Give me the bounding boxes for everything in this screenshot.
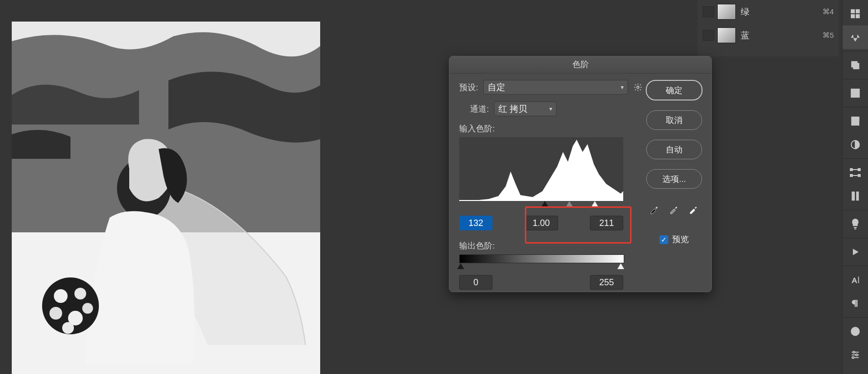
eyedropper-group (648, 202, 700, 215)
channel-name: 绿 (741, 6, 822, 18)
output-gradient (459, 254, 624, 263)
preset-settings-gear-icon[interactable] (633, 82, 643, 92)
svg-rect-27 (850, 175, 852, 176)
document-canvas[interactable] (12, 22, 320, 374)
svg-point-40 (856, 354, 858, 356)
svg-point-9 (82, 303, 93, 314)
recycle-icon[interactable] (843, 25, 868, 49)
transform-icon[interactable] (843, 161, 868, 184)
channels-panel: 绿 ⌘4 蓝 ⌘5 (698, 0, 839, 56)
output-levels-label: 输出色阶: (459, 240, 643, 251)
channel-row-blue[interactable]: 蓝 ⌘5 (698, 24, 839, 47)
svg-point-6 (74, 288, 86, 299)
channel-value: 红 拷贝 (498, 103, 527, 115)
channel-row-green[interactable]: 绿 ⌘4 (698, 0, 839, 24)
svg-point-35 (855, 329, 856, 330)
white-point-eyedropper-icon[interactable] (687, 202, 700, 215)
input-levels-label: 输入色阶: (459, 123, 643, 134)
layers-panel-icon[interactable] (843, 53, 868, 77)
channel-thumbnail (717, 27, 736, 43)
input-levels-slider[interactable] (459, 201, 623, 211)
svg-rect-18 (851, 89, 860, 98)
histogram[interactable] (459, 137, 623, 201)
grid-icon[interactable] (843, 2, 868, 25)
channel-visibility-toggle[interactable] (703, 30, 714, 41)
text-a-icon[interactable]: A (843, 268, 868, 292)
svg-rect-28 (858, 175, 860, 176)
levels-dialog: 色阶 预设: 自定 ▾ 通道: 红 拷贝 ▾ 输入色阶: (449, 56, 712, 292)
lightbulb-icon[interactable] (843, 212, 868, 236)
chevron-down-icon: ▾ (549, 105, 552, 112)
bookmark-icon[interactable] (843, 109, 868, 133)
svg-point-41 (852, 357, 854, 359)
options-button[interactable]: 选项... (646, 169, 702, 189)
highlight-slider-handle[interactable] (591, 201, 598, 207)
ok-button[interactable]: 确定 (646, 80, 703, 100)
cancel-button[interactable]: 取消 (646, 110, 702, 130)
black-point-eyedropper-icon[interactable] (648, 202, 661, 215)
svg-point-39 (853, 351, 855, 353)
svg-point-10 (62, 322, 74, 334)
preview-checkbox[interactable]: ✓ (659, 235, 668, 244)
gray-point-eyedropper-icon[interactable] (668, 202, 680, 215)
shadow-input-field[interactable]: 132 (459, 216, 493, 230)
dialog-title: 色阶 (449, 56, 711, 74)
output-highlight-field[interactable]: 255 (590, 275, 623, 290)
ruler-icon[interactable] (843, 184, 868, 208)
sliders-icon[interactable] (843, 343, 868, 367)
output-shadow-handle[interactable] (457, 263, 464, 269)
preview-label: 预览 (672, 234, 689, 245)
svg-point-7 (49, 307, 62, 320)
play-icon[interactable] (843, 240, 868, 264)
shadow-slider-handle[interactable] (541, 201, 548, 207)
preset-value: 自定 (488, 81, 505, 93)
preset-dropdown[interactable]: 自定 ▾ (483, 80, 628, 95)
channel-visibility-toggle[interactable] (703, 6, 714, 17)
channel-thumbnail (717, 4, 736, 20)
svg-rect-25 (850, 169, 852, 171)
channel-label: 通道: (470, 103, 489, 115)
svg-point-5 (54, 289, 68, 303)
paragraph-icon[interactable] (843, 292, 868, 315)
auto-button[interactable]: 自动 (646, 140, 702, 159)
info-icon[interactable] (843, 320, 868, 343)
svg-rect-13 (856, 10, 859, 13)
output-shadow-field[interactable]: 0 (459, 275, 493, 290)
svg-rect-15 (856, 15, 859, 18)
channel-shortcut: ⌘5 (822, 31, 839, 40)
highlight-input-field[interactable]: 211 (590, 216, 623, 230)
right-panel-iconbar: A (842, 0, 868, 374)
midtone-input-field[interactable]: 1.00 (525, 216, 558, 230)
svg-rect-26 (858, 169, 860, 171)
svg-rect-17 (853, 63, 859, 69)
channel-name: 蓝 (741, 29, 822, 41)
channel-dropdown[interactable]: 红 拷贝 ▾ (494, 101, 557, 116)
svg-rect-12 (851, 10, 854, 13)
output-highlight-handle[interactable] (617, 263, 624, 269)
svg-text:A: A (852, 276, 857, 284)
midtone-slider-handle[interactable] (566, 201, 573, 207)
output-levels-slider[interactable] (459, 263, 623, 272)
preset-label: 预设: (459, 82, 478, 93)
contrast-icon[interactable] (843, 133, 868, 156)
chevron-down-icon: ▾ (621, 84, 624, 91)
table-icon[interactable] (843, 81, 868, 105)
channel-shortcut: ⌘4 (822, 7, 839, 16)
svg-point-11 (637, 86, 639, 89)
svg-rect-14 (851, 15, 854, 18)
